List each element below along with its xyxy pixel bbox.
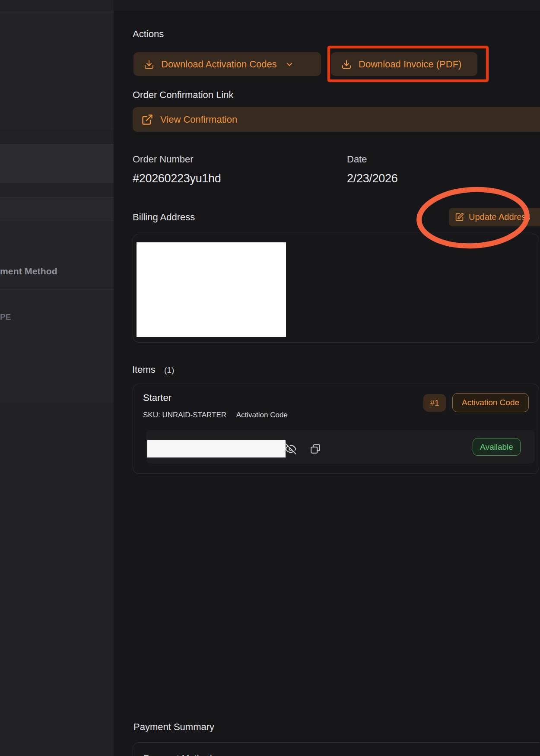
redacted-billing-address — [137, 242, 286, 337]
item-type-label: Activation Code — [236, 411, 288, 419]
divider — [0, 289, 114, 290]
toggle-code-visibility-button[interactable] — [285, 443, 297, 456]
sidebar-selected-row[interactable] — [0, 144, 114, 183]
sidebar-section-gap — [0, 130, 114, 144]
copy-code-button[interactable] — [310, 443, 321, 456]
top-bar — [0, 0, 540, 11]
item-sku: SKU: UNRAID-STARTER Activation Code — [143, 411, 288, 419]
download-activation-codes-label: Download Activation Codes — [161, 59, 277, 70]
actions-heading: Actions — [133, 29, 164, 40]
update-address-label: Update Address — [469, 212, 530, 222]
sidebar-lower-area — [0, 403, 114, 756]
eye-off-icon — [285, 443, 297, 455]
item-sku-label: SKU: UNRAID-STARTER — [143, 411, 226, 419]
download-invoice-label: Download Invoice (PDF) — [359, 59, 461, 70]
billing-address-card — [133, 234, 539, 343]
view-confirmation-label: View Confirmation — [160, 114, 237, 125]
download-invoice-button[interactable]: Download Invoice (PDF) — [331, 52, 477, 76]
external-link-icon — [141, 114, 153, 126]
items-count: (1) — [164, 365, 174, 375]
code-status-badge: Available — [473, 438, 521, 456]
order-number-label: Order Number — [133, 154, 194, 165]
sidebar-row[interactable] — [0, 197, 114, 221]
download-icon — [341, 59, 352, 70]
sidebar-row[interactable] — [0, 183, 114, 197]
view-confirmation-button[interactable]: View Confirmation — [133, 107, 540, 132]
activation-code-row: Available — [146, 430, 535, 464]
download-activation-codes-button[interactable]: Download Activation Codes — [133, 52, 321, 76]
order-date-label: Date — [347, 154, 367, 165]
items-heading: Items — [132, 364, 156, 375]
sidebar: ment Method PE — [0, 11, 114, 756]
order-details-page: { "sidebar": { "payment_method_label": "… — [0, 0, 540, 756]
payment-method-row-label: Payment Method — [143, 753, 212, 756]
sidebar-payment-provider-partial: PE — [0, 312, 11, 322]
update-address-button[interactable]: Update Address — [449, 208, 540, 226]
sidebar-info-panel: ment Method PE — [0, 221, 114, 403]
chevron-down-icon — [285, 60, 294, 69]
edit-pencil-icon — [455, 213, 464, 222]
sidebar-payment-method-label: ment Method — [0, 266, 57, 276]
payment-summary-card: Payment Method — [133, 742, 540, 756]
payment-summary-heading: Payment Summary — [133, 721, 214, 733]
top-bar-sidebar-segment — [0, 0, 114, 11]
order-confirmation-link-heading: Order Confirmation Link — [133, 89, 234, 101]
order-date-value: 2/23/2026 — [347, 172, 397, 185]
order-number-value: #20260223yu1hd — [133, 172, 221, 185]
billing-address-heading: Billing Address — [133, 212, 195, 223]
redacted-activation-code — [147, 440, 286, 457]
item-name: Starter — [143, 392, 172, 403]
item-type-badge: Activation Code — [452, 393, 529, 412]
item-card: Starter #1 Activation Code SKU: UNRAID-S… — [133, 384, 539, 474]
copy-icon — [310, 443, 321, 454]
item-index-badge: #1 — [423, 394, 446, 412]
download-icon — [144, 59, 154, 70]
